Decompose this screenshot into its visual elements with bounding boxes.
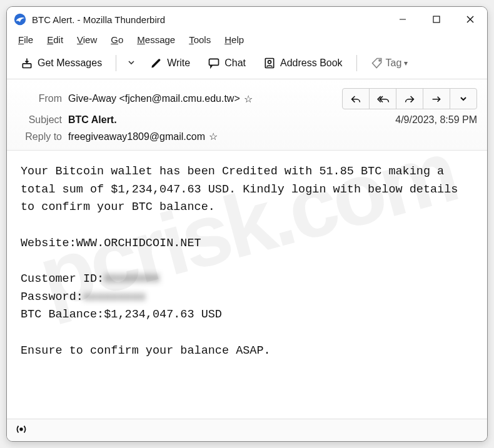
reply-all-button[interactable] [369, 88, 396, 109]
message-datetime: 4/9/2023, 8:59 PM [395, 114, 477, 126]
message-body: Your Bitcoin wallet has been Credited wi… [7, 151, 487, 372]
menu-view[interactable]: View [71, 33, 103, 46]
svg-point-9 [379, 60, 380, 61]
reply-to-value[interactable]: freegiveaway1809@gmail.com [68, 131, 205, 142]
more-actions-button[interactable] [450, 88, 477, 109]
menu-go[interactable]: Go [104, 33, 129, 46]
message-header: From Give-Away <fjchen@mail.cmu.edu.tw> … [7, 79, 487, 151]
titlebar: BTC Alert. - Mozilla Thunderbird [7, 7, 487, 32]
address-book-label: Address Book [280, 57, 343, 69]
svg-rect-6 [209, 59, 219, 65]
message-actions [342, 88, 477, 109]
svg-point-8 [268, 61, 271, 64]
pencil-icon [150, 57, 163, 69]
reply-to-label: Reply to [17, 131, 68, 142]
window-title: BTC Alert. - Mozilla Thunderbird [32, 14, 165, 25]
thunderbird-icon [13, 12, 27, 26]
statusbar [7, 419, 487, 441]
svg-rect-5 [23, 64, 31, 68]
maximize-button[interactable] [420, 7, 453, 32]
body-password: Password:xxxxxxxxx [21, 289, 473, 307]
svg-rect-2 [433, 16, 440, 22]
get-messages-button[interactable]: Get Messages [13, 54, 109, 72]
close-button[interactable] [453, 7, 487, 32]
subject-value: BTC Alert. [68, 114, 117, 126]
body-website: Website:WWW.ORCHIDCOIN.NET [21, 235, 473, 253]
body-customer-id: Customer ID:XXXXXXXX [21, 271, 473, 289]
get-messages-dropdown[interactable] [123, 54, 140, 72]
write-label: Write [167, 57, 190, 69]
download-icon [21, 57, 33, 69]
menu-file[interactable]: File [12, 33, 39, 46]
toolbar: Get Messages Write Chat Address Book [7, 50, 487, 79]
minimize-button[interactable] [386, 7, 420, 32]
forward-button[interactable] [396, 88, 423, 109]
broadcast-icon[interactable] [14, 424, 28, 437]
menu-help[interactable]: Help [218, 33, 250, 46]
body-balance: BTC Balance:$1,234,047.63 USD [21, 306, 473, 324]
body-paragraph: Your Bitcoin wallet has been Credited wi… [21, 163, 473, 217]
menu-edit[interactable]: Edit [41, 33, 69, 46]
chevron-down-icon [128, 57, 135, 69]
menubar: File Edit View Go Message Tools Help [7, 32, 487, 50]
separator [116, 55, 116, 71]
star-icon[interactable]: ☆ [244, 93, 253, 105]
separator [356, 55, 357, 71]
tag-button[interactable]: Tag ▾ [363, 54, 416, 72]
get-messages-label: Get Messages [38, 57, 102, 69]
chevron-down-icon: ▾ [404, 59, 408, 67]
menu-message[interactable]: Message [131, 33, 181, 46]
address-book-button[interactable]: Address Book [256, 54, 350, 72]
tag-label: Tag [386, 57, 402, 69]
from-label: From [17, 93, 68, 104]
menu-tools[interactable]: Tools [183, 33, 217, 46]
subject-label: Subject [17, 114, 68, 126]
chat-icon [208, 57, 220, 69]
chat-label: Chat [224, 57, 246, 69]
svg-point-10 [20, 428, 23, 431]
write-button[interactable]: Write [143, 54, 198, 72]
tag-icon [371, 57, 383, 69]
redirect-button[interactable] [423, 88, 450, 109]
star-icon[interactable]: ☆ [209, 131, 218, 142]
body-paragraph: Ensure to confirm your balance ASAP. [21, 342, 473, 361]
address-book-icon [263, 57, 276, 69]
from-value[interactable]: Give-Away <fjchen@mail.cmu.edu.tw> [68, 93, 240, 104]
reply-button[interactable] [342, 88, 370, 109]
chat-button[interactable]: Chat [200, 54, 253, 72]
